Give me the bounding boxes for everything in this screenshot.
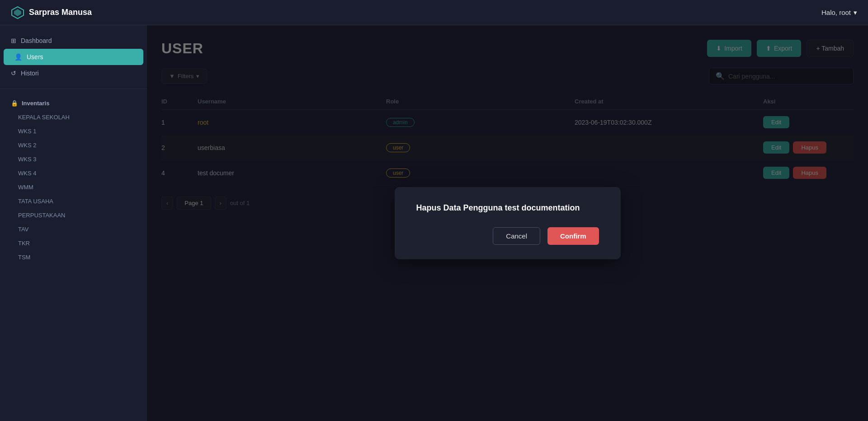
sidebar-sub-kepala-sekolah[interactable]: KEPALA SEKOLAH <box>0 110 147 124</box>
sidebar-item-users[interactable]: 👤 Users <box>4 49 143 65</box>
modal-title: Hapus Data Pengguna test documentation <box>416 203 599 213</box>
svg-marker-1 <box>14 9 21 16</box>
sidebar-item-dashboard[interactable]: ⊞ Dashboard <box>0 33 147 49</box>
sidebar-sub-tav[interactable]: TAV <box>0 222 147 236</box>
sidebar-sub-wks1[interactable]: WKS 1 <box>0 124 147 138</box>
history-icon: ↺ <box>11 70 16 77</box>
sidebar-sub-tsm[interactable]: TSM <box>0 250 147 264</box>
sidebar-item-histori[interactable]: ↺ Histori <box>0 65 147 81</box>
user-greeting[interactable]: Halo, root ▾ <box>821 9 857 17</box>
sidebar: ⊞ Dashboard 👤 Users ↺ Histori 🔒 Inventar… <box>0 25 147 421</box>
sidebar-sub-perpustakaan[interactable]: PERPUSTAKAAN <box>0 208 147 222</box>
modal-overlay: Hapus Data Pengguna test documentation C… <box>147 25 868 421</box>
content-area: USER ⬇ Import ⬆ Export + Tambah ▼ Filter… <box>147 25 868 421</box>
confirm-button[interactable]: Confirm <box>547 227 599 245</box>
sidebar-divider <box>0 89 147 89</box>
brand-icon <box>11 6 24 19</box>
brand-name: Sarpras Manusa <box>29 8 92 17</box>
topnav: Sarpras Manusa Halo, root ▾ <box>0 0 868 25</box>
cancel-button[interactable]: Cancel <box>493 227 540 245</box>
sidebar-sub-wks3[interactable]: WKS 3 <box>0 152 147 166</box>
confirm-modal: Hapus Data Pengguna test documentation C… <box>395 187 621 259</box>
sidebar-section-inventaris: 🔒 Inventaris <box>0 96 147 110</box>
dashboard-icon: ⊞ <box>11 37 16 44</box>
sidebar-sub-wks4[interactable]: WKS 4 <box>0 166 147 180</box>
lock-icon: 🔒 <box>11 100 18 107</box>
chevron-down-icon: ▾ <box>854 9 857 17</box>
brand: Sarpras Manusa <box>11 6 92 19</box>
sidebar-sub-wks2[interactable]: WKS 2 <box>0 138 147 152</box>
modal-actions: Cancel Confirm <box>416 227 599 245</box>
users-icon: 👤 <box>14 53 22 61</box>
sidebar-sub-wmm[interactable]: WMM <box>0 180 147 194</box>
sidebar-sub-tkr[interactable]: TKR <box>0 236 147 250</box>
sidebar-sub-tata-usaha[interactable]: TATA USAHA <box>0 194 147 208</box>
